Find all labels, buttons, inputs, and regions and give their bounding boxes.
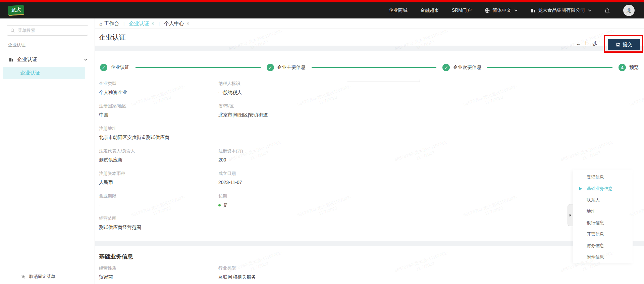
field-value: 测试供应商经营范围 [99, 225, 212, 231]
top-nav: 企业商城 金融超市 SRM门户 简体中文 [389, 5, 635, 16]
stepper-step: ✓ 企业认证 [100, 64, 129, 71]
anchor-nav-label: 登记信息 [587, 174, 604, 180]
field-value-text: 北京市朝阳区安贞街道测试供应商 [99, 135, 169, 141]
anchor-nav-item[interactable]: 登记信息 [573, 172, 633, 183]
step-label: 预览 [629, 64, 639, 70]
field-label: 注册资本币种 [99, 171, 212, 177]
step-indicator: ✓ [100, 64, 107, 71]
field: 行业类型 互联网和相关服务 [218, 265, 644, 280]
field-label: 纳税人标识 [218, 81, 637, 87]
field-label: 经营性质 [99, 265, 212, 271]
step-label: 企业主要信息 [277, 64, 306, 70]
section-anchor-nav: 登记信息 基础业务信息 联系人 地址 银行信息 开票信息 财务信息 附件信息 [573, 170, 633, 263]
field: 纳税人标识 一般纳税人 [218, 81, 644, 96]
brand-logo-text: 龙大 [11, 6, 21, 13]
chevron-down-icon [588, 9, 591, 11]
step-connector [487, 67, 612, 68]
field-value: 北京市朝阳区安贞街道测试供应商 [99, 135, 212, 141]
previous-step-button[interactable]: ← 上一步 [576, 41, 598, 47]
field-value-text: 一般纳税人 [218, 90, 242, 96]
section-title: 基础业务信息 [99, 253, 644, 261]
field: 注册地址 北京市朝阳区安贞街道测试供应商 [99, 126, 218, 141]
submit-label: 提交 [623, 42, 632, 48]
stepper-step: ✓ 企业次要信息 [442, 64, 481, 71]
registration-fields: 企业类型 个人独资企业 纳税人标识 一般纳税人 注册国家/地区 中国 省/市/区… [95, 75, 644, 231]
field-row: 注册资本币种 人民币 成立日期 2023-11-07 [99, 171, 644, 186]
field: 注册资本币种 人民币 [99, 171, 218, 186]
anchor-nav-item[interactable]: 附件信息 [573, 251, 633, 263]
sidebar-item-label: 企业认证 [17, 56, 37, 63]
submit-button[interactable]: 提交 [608, 39, 640, 50]
tab[interactable]: 个人中心 × [164, 20, 189, 27]
page-title: 企业认证 [99, 29, 126, 46]
field-row: 企业类型 个人独资企业 纳税人标识 一般纳税人 [99, 81, 644, 96]
tab[interactable]: ⌂ 工作台 [99, 20, 119, 27]
sidebar-subitem-label: 企业认证 [20, 70, 40, 76]
language-switcher[interactable]: 简体中文 [484, 7, 518, 13]
field-label: 省/市/区 [218, 103, 637, 109]
field-value: 人民币 [99, 180, 212, 186]
sidebar-item-enterprise-auth[interactable]: 企业认证 [0, 54, 95, 65]
step-label: 企业认证 [111, 64, 129, 70]
nav-srm-portal[interactable]: SRM门户 [452, 7, 472, 13]
field-row: 营业期限 - 长期 是 [99, 193, 644, 208]
unpin-label: 取消固定菜单 [29, 274, 55, 280]
anchor-nav-label: 联系人 [587, 197, 600, 203]
sidebar: 企业认证 企业认证 企业认证 取消固定菜单 [0, 18, 95, 284]
anchor-nav-item[interactable]: 联系人 [573, 194, 633, 206]
field-value: 贸易商 [99, 274, 212, 280]
brand-logo[interactable]: 龙大 [8, 5, 24, 16]
building-icon [530, 8, 536, 13]
notifications-button[interactable] [604, 7, 610, 14]
anchor-nav-label: 财务信息 [587, 243, 604, 249]
left-arrow-icon: ← [576, 41, 581, 46]
tab-close-icon[interactable]: × [186, 21, 189, 26]
building-icon [9, 57, 14, 62]
anchor-nav-item[interactable]: 地址 [573, 206, 633, 217]
field-value: 个人独资企业 [99, 90, 212, 96]
step-indicator: ✓ [442, 64, 450, 71]
anchor-nav-item[interactable]: 开票信息 [573, 229, 633, 240]
company-switcher[interactable]: 龙大食品集团有限公司 [530, 7, 591, 13]
page-header: 企业认证 [95, 29, 644, 46]
step-indicator: ✓ [267, 64, 274, 71]
field-value: 互联网和相关服务 [218, 274, 637, 280]
home-icon: ⌂ [99, 21, 102, 26]
user-avatar[interactable]: 龙 [623, 5, 635, 16]
anchor-nav-item[interactable]: 财务信息 [573, 240, 633, 251]
app: 龙大 企业商城 金融超市 SRM门户 简体中文 [0, 0, 644, 284]
cropped-input-remnant [347, 80, 420, 82]
previous-step-label: 上一步 [584, 41, 598, 47]
sidebar-group-label: 企业认证 [8, 42, 25, 48]
sidebar-subitem-enterprise-auth[interactable]: 企业认证 [3, 67, 85, 79]
tab-label: 企业认证 [129, 20, 149, 27]
field-label: 法定代表人/负责人 [99, 148, 212, 154]
tab-label: 工作台 [104, 20, 119, 27]
menu-search-input[interactable] [18, 28, 85, 33]
anchor-nav-item[interactable]: 银行信息 [573, 217, 633, 229]
field-value-text: 北京市|朝阳区|安贞街道 [218, 112, 268, 118]
unpin-icon [21, 274, 26, 279]
nav-enterprise-mall[interactable]: 企业商城 [389, 7, 408, 13]
anchor-panel-collapse-handle[interactable] [568, 204, 573, 226]
anchor-nav-label: 基础业务信息 [587, 186, 613, 192]
nav-finance-market[interactable]: 金融超市 [420, 7, 439, 13]
anchor-nav-label: 银行信息 [587, 220, 604, 226]
field-row: 法定代表人/负责人 测试供应商 注册资本(万) 200 [99, 148, 644, 163]
step-connector [136, 67, 261, 68]
field-row: 注册国家/地区 中国 省/市/区 北京市|朝阳区|安贞街道 [99, 103, 644, 118]
stepper-step: ✓ 企业主要信息 [267, 64, 306, 71]
tab-bar: ⌂ 工作台 | 企业认证 × | 个人中心 × [95, 18, 644, 29]
field-value-text: 中国 [99, 112, 108, 118]
registration-info-card: ✓ 企业认证 ✓ 企业主要信息 ✓ 企业次要信息 4 预览 企业类型 个人独资企… [95, 51, 644, 241]
unpin-menu-button[interactable]: 取消固定菜单 [0, 269, 95, 284]
field-value: 一般纳税人 [218, 90, 637, 96]
field: 营业期限 - [99, 193, 218, 208]
tab[interactable]: 企业认证 × [129, 20, 154, 27]
field-row: 经营范围 测试供应商经营范围 [99, 216, 644, 231]
globe-icon [484, 8, 490, 13]
field-value-text: 个人独资企业 [99, 90, 127, 96]
anchor-nav-item[interactable]: 基础业务信息 [573, 183, 633, 194]
tab-close-icon[interactable]: × [151, 21, 154, 26]
anchor-nav-label: 附件信息 [587, 254, 604, 260]
